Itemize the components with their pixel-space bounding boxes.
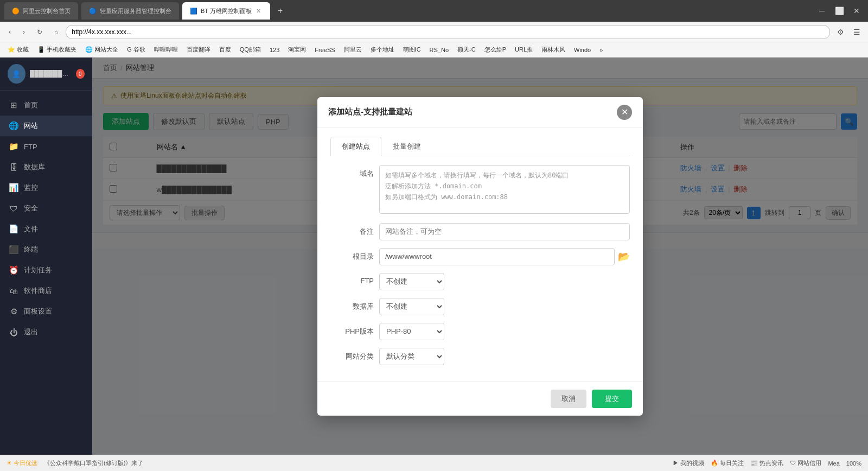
sidebar-badge: 0 [76,69,85,79]
bookmark-item[interactable]: 📱 手机收藏夹 [34,44,80,55]
rootdir-control: 📂 [379,248,630,265]
home-button[interactable]: ⌂ [50,26,62,38]
sidebar-item-monitor[interactable]: 📊 监控 [0,177,92,198]
browser-tab-aliyun[interactable]: 🟠 阿里云控制台首页 [4,2,78,20]
remark-input[interactable] [379,223,630,240]
content-area: 首页 / 网站管理 ⚠ 使用宝塔Linux面板创建站点时会自动创建权 添加站点 … [92,58,868,455]
modal-title: 添加站点-支持批量建站 [328,107,412,117]
domain-field-row: 域名 如需填写多个域名，请换行填写，每行一个域名，默认为80端口 泛解析添加方法… [330,165,630,215]
submit-button[interactable]: 提交 [592,390,632,408]
window-close-button[interactable]: ✕ [850,4,864,18]
bookmark-item[interactable]: URL推 [512,44,536,55]
bookmark-item[interactable]: G 谷歌 [124,44,149,55]
status-daily-focus[interactable]: 🔥 每日关注 [711,459,744,467]
address-bar[interactable] [66,25,830,39]
cancel-button[interactable]: 取消 [551,390,586,408]
tab-create-site[interactable]: 创建站点 [330,137,381,156]
sidebar: 👤 ██████████ 0 ⊞ 首页 🌐 网站 📁 FTP 🗄 数据库 📊 [0,58,92,455]
sidebar-item-cron[interactable]: ⏰ 计划任务 [0,260,92,281]
forward-button[interactable]: › [18,26,29,38]
sidebar-item-label: 软件商店 [24,286,52,296]
sidebar-item-ftp[interactable]: 📁 FTP [0,136,92,157]
modal-close-button[interactable]: ✕ [617,105,632,120]
domain-control: 如需填写多个域名，请换行填写，每行一个域名，默认为80端口 泛解析添加方法 *.… [379,165,630,215]
remark-field-row: 备注 [330,223,630,240]
bookmark-item[interactable]: 怎么给P [481,44,509,55]
sidebar-item-database[interactable]: 🗄 数据库 [0,157,92,177]
sidebar-item-label: 退出 [24,327,38,337]
bookmark-item[interactable]: FreeSS [311,46,338,54]
sidebar-item-security[interactable]: 🛡 安全 [0,198,92,219]
tab-batch-create[interactable]: 批量创建 [381,137,432,156]
logout-icon: ⏻ [9,328,18,337]
sidebar-item-home[interactable]: ⊞ 首页 [0,95,92,116]
window-restore-button[interactable]: ⬜ [832,4,846,18]
ftp-label: FTP [330,273,374,285]
tab-close-button[interactable]: ✕ [255,7,263,15]
category-label: 网站分类 [330,348,374,361]
folder-icon: 📁 [9,142,18,151]
sidebar-item-terminal[interactable]: ⬛ 终端 [0,239,92,260]
category-select[interactable]: 默认分类 [379,348,444,365]
remark-label: 备注 [330,223,374,237]
sidebar-nav: ⊞ 首页 🌐 网站 📁 FTP 🗄 数据库 📊 监控 🛡 安全 [0,91,92,455]
window-minimize-button[interactable]: ─ [815,4,829,18]
bookmark-item[interactable]: RS_No [426,46,452,54]
sidebar-item-appstore[interactable]: 🛍 软件商店 [0,281,92,301]
domain-textarea[interactable]: 如需填写多个域名，请换行填写，每行一个域名，默认为80端口 泛解析添加方法 *.… [379,165,630,214]
bookmark-item[interactable]: 雨林木风 [538,44,569,55]
sidebar-item-logout[interactable]: ⏻ 退出 [0,322,92,342]
terminal-icon: ⬛ [9,245,18,254]
status-site-credit[interactable]: 🛡 网站信用 [790,459,821,467]
tab-label: BT 万维网控制面板 [201,7,252,15]
new-tab-button[interactable]: + [273,6,287,16]
rootdir-label: 根目录 [330,248,374,262]
status-my-video[interactable]: ▶ 我的视频 [673,459,704,467]
gear-icon: ⚙ [9,307,18,316]
php-select[interactable]: PHP-80 PHP-74 PHP-73 PHP-72 PHP-56 [379,323,444,340]
bookmark-item[interactable]: 哔哩哔哩 [151,44,181,55]
bookmark-more[interactable]: » [596,46,606,54]
modal-tabs: 创建站点 批量创建 [330,137,630,156]
status-hot-news[interactable]: 📰 热点资讯 [750,459,783,467]
nav-bar: ‹ › ↻ ⌂ ⚙ ☰ [0,22,868,42]
main-layout: 👤 ██████████ 0 ⊞ 首页 🌐 网站 📁 FTP 🗄 数据库 📊 [0,58,868,455]
bookmark-item[interactable]: QQ邮箱 [237,44,264,55]
modal-overlay: 添加站点-支持批量建站 ✕ 创建站点 批量创建 域名 如需填写多个域名，请换行填… [92,58,868,455]
sidebar-item-files[interactable]: 📄 文件 [0,219,92,239]
db-select[interactable]: 不创建 创建 [379,298,444,315]
browser-tab-lightweight[interactable]: 🔵 轻量应用服务器管理控制台 [81,2,179,20]
modal-header: 添加站点-支持批量建站 ✕ [317,97,643,128]
bookmark-item[interactable]: 阿里云 [341,44,365,55]
bookmark-item[interactable]: 萌图IC [400,44,424,55]
back-button[interactable]: ‹ [4,26,15,38]
file-icon: 📄 [9,224,18,234]
status-news: 《公众科学戴口罩指引(修订版)》来了 [44,459,143,467]
bookmark-item[interactable]: 多个地址 [367,44,398,55]
extensions-icon[interactable]: ⚙ [833,25,847,39]
ftp-select[interactable]: 不创建 创建 [379,273,444,290]
store-icon: 🛍 [9,287,18,296]
bookmark-item[interactable]: 百度翻译 [183,44,214,55]
bookmark-item[interactable]: 额天-C [454,44,479,55]
settings-icon[interactable]: ☰ [850,25,864,39]
reload-button[interactable]: ↻ [33,26,47,38]
category-field-row: 网站分类 默认分类 [330,348,630,365]
bookmark-item[interactable]: 淘宝网 [285,44,309,55]
bookmark-item[interactable]: 🌐 网站大全 [82,44,122,55]
bookmark-item[interactable]: Windo [571,46,594,54]
sidebar-item-website[interactable]: 🌐 网站 [0,116,92,136]
rootdir-input[interactable] [379,248,615,265]
rootdir-field-row: 根目录 📂 [330,248,630,265]
status-mea-label: Mea [828,460,839,467]
bookmark-item[interactable]: ⭐ 收藏 [4,44,32,55]
browse-folder-icon[interactable]: 📂 [618,251,630,263]
sidebar-item-label: 数据库 [24,162,45,172]
browser-tab-bt[interactable]: 🟦 BT 万维网控制面板 ✕ [182,2,270,20]
sidebar-item-settings[interactable]: ⚙ 面板设置 [0,301,92,322]
tab-icon: 🔵 [89,8,97,15]
shield-icon: 🛡 [9,204,18,213]
bookmark-item[interactable]: 123 [266,46,283,54]
status-bar-right: ▶ 我的视频 🔥 每日关注 📰 热点资讯 🛡 网站信用 Mea 100% [673,459,861,467]
bookmark-item[interactable]: 百度 [216,44,234,55]
